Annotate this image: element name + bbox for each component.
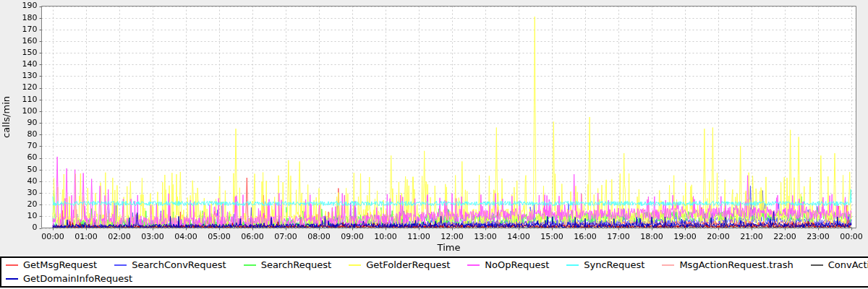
legend-color-swatch xyxy=(244,264,256,266)
legend-color-swatch xyxy=(467,264,480,266)
legend-series-label: GetFolderRequest xyxy=(366,259,450,272)
legend-color-swatch xyxy=(114,264,127,266)
legend-item: SearchConvRequest xyxy=(114,259,226,272)
chart-legend: GetMsgRequest SearchConvRequest SearchRe… xyxy=(0,256,868,288)
legend-item: GetDomainInfoRequest xyxy=(6,272,132,285)
legend-item: ConvActionRequest.trash xyxy=(811,259,868,272)
legend-color-swatch xyxy=(349,264,361,266)
legend-item: GetMsgRequest xyxy=(6,259,97,272)
legend-series-label: GetDomainInfoRequest xyxy=(23,272,132,285)
legend-color-swatch xyxy=(662,264,674,266)
chart-canvas xyxy=(0,0,868,256)
legend-color-swatch xyxy=(811,264,823,266)
legend-item: NoOpRequest xyxy=(467,259,549,272)
legend-item: MsgActionRequest.trash xyxy=(662,259,793,272)
legend-item: SearchRequest xyxy=(244,259,331,272)
legend-series-label: SyncRequest xyxy=(584,259,644,272)
legend-color-swatch xyxy=(566,264,579,266)
legend-item: GetFolderRequest xyxy=(349,259,450,272)
legend-item: SyncRequest xyxy=(566,259,644,272)
legend-series-label: ConvActionRequest.trash xyxy=(828,259,868,272)
legend-series-label: MsgActionRequest.trash xyxy=(679,259,793,272)
calls-per-min-monitoring-chart: GetMsgRequest SearchConvRequest SearchRe… xyxy=(0,0,868,289)
legend-series-label: GetMsgRequest xyxy=(23,259,97,272)
legend-series-label: NoOpRequest xyxy=(485,259,549,272)
legend-series-label: SearchConvRequest xyxy=(132,259,226,272)
legend-series-label: SearchRequest xyxy=(261,259,331,272)
legend-row-1: GetMsgRequest SearchConvRequest SearchRe… xyxy=(6,259,868,272)
legend-row-2: GetDomainInfoRequest xyxy=(6,272,868,285)
legend-color-swatch xyxy=(6,264,18,266)
legend-color-swatch xyxy=(6,278,18,280)
